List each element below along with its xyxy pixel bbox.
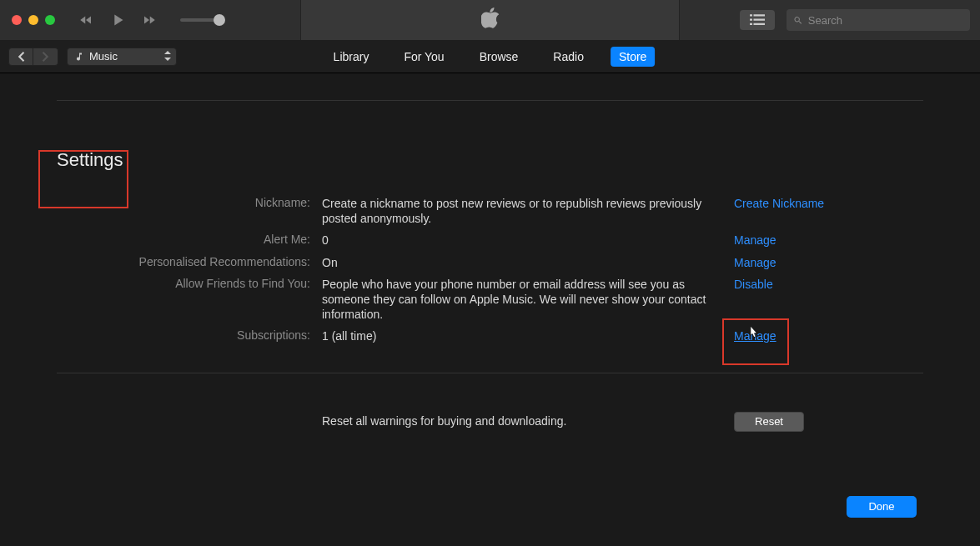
nickname-value: Create a nickname to post new reviews or… bbox=[322, 196, 722, 226]
minimize-window-button[interactable] bbox=[28, 15, 38, 25]
reset-text: Reset all warnings for buying and downlo… bbox=[322, 413, 722, 428]
row-recommendations: Personalised Recommendations: On Manage bbox=[57, 252, 923, 273]
subs-value: 1 (all time) bbox=[322, 328, 722, 343]
search-icon bbox=[793, 15, 803, 26]
svg-rect-4 bbox=[750, 23, 752, 25]
divider-bottom bbox=[57, 373, 923, 373]
subs-label: Subscriptions: bbox=[57, 328, 310, 342]
subs-manage-link[interactable]: Manage bbox=[734, 329, 776, 343]
previous-track-icon[interactable] bbox=[78, 13, 93, 28]
alert-value: 0 bbox=[322, 233, 722, 248]
svg-rect-3 bbox=[754, 19, 766, 21]
close-window-button[interactable] bbox=[12, 15, 22, 25]
page-title: Settings bbox=[57, 149, 923, 171]
rec-manage-link[interactable]: Manage bbox=[734, 256, 776, 269]
row-subscriptions: Subscriptions: 1 (all time) Manage bbox=[57, 325, 923, 347]
now-playing-display bbox=[300, 0, 680, 40]
friends-value: People who have your phone number or ema… bbox=[322, 277, 722, 323]
toolbar: Music Library For You Browse Radio Store bbox=[0, 40, 980, 73]
tab-for-you[interactable]: For You bbox=[395, 47, 452, 67]
source-dropdown[interactable]: Music bbox=[67, 48, 177, 66]
row-nickname: Nickname: Create a nickname to post new … bbox=[57, 193, 923, 229]
tab-store[interactable]: Store bbox=[611, 47, 655, 67]
svg-rect-2 bbox=[750, 19, 752, 21]
list-view-button[interactable] bbox=[740, 10, 775, 30]
row-allow-friends: Allow Friends to Find You: People who ha… bbox=[57, 273, 923, 326]
divider-top bbox=[57, 100, 923, 101]
title-bar bbox=[0, 0, 980, 40]
rec-label: Personalised Recommendations: bbox=[57, 255, 310, 268]
svg-rect-1 bbox=[754, 14, 766, 16]
back-button[interactable] bbox=[8, 48, 33, 66]
search-input[interactable] bbox=[787, 9, 970, 31]
alert-label: Alert Me: bbox=[57, 233, 310, 246]
svg-rect-0 bbox=[750, 14, 752, 16]
chevron-updown-icon bbox=[164, 49, 171, 64]
source-label: Music bbox=[89, 50, 118, 63]
row-alert: Alert Me: 0 Manage bbox=[57, 229, 923, 251]
tab-library[interactable]: Library bbox=[325, 47, 378, 67]
create-nickname-link[interactable]: Create Nickname bbox=[734, 197, 824, 210]
alert-manage-link[interactable]: Manage bbox=[734, 233, 776, 247]
tab-browse[interactable]: Browse bbox=[471, 47, 527, 67]
settings-content: Settings Nickname: Create a nickname to … bbox=[0, 100, 980, 432]
done-button[interactable]: Done bbox=[847, 496, 917, 518]
right-controls bbox=[740, 0, 970, 40]
nav-tabs: Library For You Browse Radio Store bbox=[325, 47, 656, 67]
playback-controls bbox=[78, 11, 219, 29]
window-controls bbox=[0, 15, 55, 25]
next-track-icon[interactable] bbox=[142, 13, 157, 28]
friends-label: Allow Friends to Find You: bbox=[57, 277, 310, 290]
play-icon[interactable] bbox=[108, 11, 127, 29]
apple-logo-icon bbox=[481, 8, 500, 33]
friends-disable-link[interactable]: Disable bbox=[734, 278, 773, 291]
svg-rect-5 bbox=[754, 23, 766, 25]
search-field[interactable] bbox=[808, 14, 963, 27]
reset-row: Reset all warnings for buying and downlo… bbox=[57, 412, 923, 432]
forward-button[interactable] bbox=[33, 48, 58, 66]
volume-slider[interactable] bbox=[180, 18, 219, 22]
reset-button[interactable]: Reset bbox=[734, 412, 804, 432]
nickname-label: Nickname: bbox=[57, 196, 310, 209]
tab-radio[interactable]: Radio bbox=[545, 47, 592, 67]
rec-value: On bbox=[322, 255, 722, 270]
nav-buttons bbox=[8, 48, 58, 66]
maximize-window-button[interactable] bbox=[45, 15, 55, 25]
music-note-icon bbox=[74, 52, 84, 62]
